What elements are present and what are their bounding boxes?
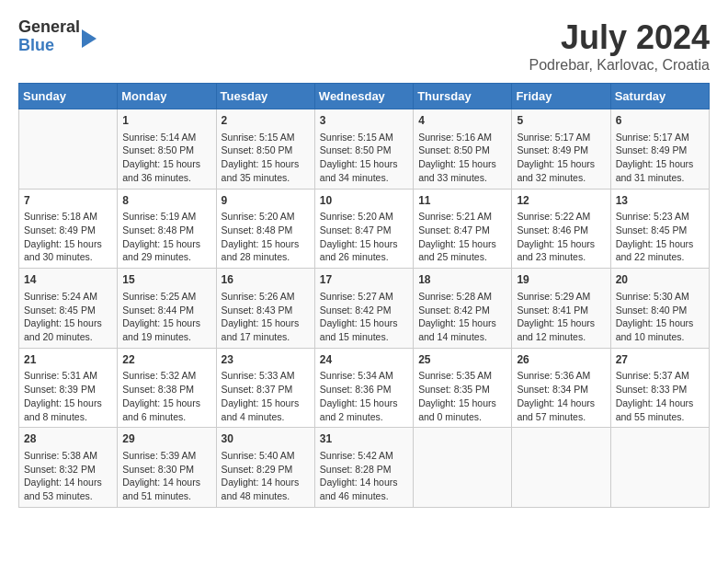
calendar-cell: 4Sunrise: 5:16 AM Sunset: 8:50 PM Daylig…: [414, 109, 512, 190]
day-info: Sunrise: 5:37 AM Sunset: 8:33 PM Dayligh…: [616, 369, 704, 423]
calendar-cell: [414, 428, 512, 508]
day-number: 2: [222, 113, 310, 129]
logo-arrow-icon: [82, 29, 97, 48]
calendar-cell: 24Sunrise: 5:34 AM Sunset: 8:36 PM Dayli…: [314, 348, 413, 428]
day-number: 26: [517, 352, 605, 368]
page-title: July 2024: [529, 18, 710, 57]
day-number: 21: [24, 352, 112, 368]
day-info: Sunrise: 5:34 AM Sunset: 8:36 PM Dayligh…: [320, 369, 408, 423]
weekday-header-tuesday: Tuesday: [216, 84, 314, 109]
day-info: Sunrise: 5:17 AM Sunset: 8:49 PM Dayligh…: [616, 131, 704, 185]
day-info: Sunrise: 5:30 AM Sunset: 8:40 PM Dayligh…: [616, 290, 704, 344]
calendar-cell: 21Sunrise: 5:31 AM Sunset: 8:39 PM Dayli…: [19, 348, 118, 428]
calendar-cell: 20Sunrise: 5:30 AM Sunset: 8:40 PM Dayli…: [610, 269, 709, 349]
weekday-header-saturday: Saturday: [610, 84, 709, 109]
day-number: 14: [24, 272, 112, 288]
day-info: Sunrise: 5:20 AM Sunset: 8:47 PM Dayligh…: [320, 210, 408, 264]
calendar-cell: [512, 428, 610, 508]
calendar-cell: 6Sunrise: 5:17 AM Sunset: 8:49 PM Daylig…: [610, 109, 709, 190]
day-number: 25: [418, 352, 506, 368]
calendar-cell: 2Sunrise: 5:15 AM Sunset: 8:50 PM Daylig…: [216, 109, 314, 190]
calendar-table: SundayMondayTuesdayWednesdayThursdayFrid…: [18, 83, 710, 508]
day-info: Sunrise: 5:36 AM Sunset: 8:34 PM Dayligh…: [517, 369, 605, 423]
calendar-cell: 5Sunrise: 5:17 AM Sunset: 8:49 PM Daylig…: [512, 109, 610, 190]
day-number: 31: [320, 431, 408, 447]
day-info: Sunrise: 5:40 AM Sunset: 8:29 PM Dayligh…: [222, 449, 310, 503]
day-number: 6: [616, 113, 704, 129]
day-info: Sunrise: 5:35 AM Sunset: 8:35 PM Dayligh…: [418, 369, 506, 423]
calendar-cell: 7Sunrise: 5:18 AM Sunset: 8:49 PM Daylig…: [19, 189, 118, 269]
day-info: Sunrise: 5:38 AM Sunset: 8:32 PM Dayligh…: [24, 449, 112, 503]
calendar-cell: 15Sunrise: 5:25 AM Sunset: 8:44 PM Dayli…: [118, 269, 216, 349]
calendar-cell: 22Sunrise: 5:32 AM Sunset: 8:38 PM Dayli…: [118, 348, 216, 428]
logo-line2: Blue: [18, 37, 80, 55]
day-number: 12: [517, 193, 605, 209]
weekday-header-thursday: Thursday: [414, 84, 512, 109]
day-info: Sunrise: 5:18 AM Sunset: 8:49 PM Dayligh…: [24, 210, 112, 264]
calendar-cell: 8Sunrise: 5:19 AM Sunset: 8:48 PM Daylig…: [118, 189, 216, 269]
day-info: Sunrise: 5:21 AM Sunset: 8:47 PM Dayligh…: [418, 210, 506, 264]
calendar-cell: 19Sunrise: 5:29 AM Sunset: 8:41 PM Dayli…: [512, 269, 610, 349]
calendar-cell: 25Sunrise: 5:35 AM Sunset: 8:35 PM Dayli…: [414, 348, 512, 428]
calendar-cell: 28Sunrise: 5:38 AM Sunset: 8:32 PM Dayli…: [19, 428, 118, 508]
calendar-cell: 1Sunrise: 5:14 AM Sunset: 8:50 PM Daylig…: [118, 109, 216, 190]
day-number: 16: [222, 272, 310, 288]
day-info: Sunrise: 5:19 AM Sunset: 8:48 PM Dayligh…: [122, 210, 210, 264]
calendar-cell: 30Sunrise: 5:40 AM Sunset: 8:29 PM Dayli…: [216, 428, 314, 508]
calendar-week-row: 1Sunrise: 5:14 AM Sunset: 8:50 PM Daylig…: [19, 109, 710, 190]
calendar-cell: 11Sunrise: 5:21 AM Sunset: 8:47 PM Dayli…: [414, 189, 512, 269]
calendar-cell: 10Sunrise: 5:20 AM Sunset: 8:47 PM Dayli…: [314, 189, 413, 269]
day-number: 7: [24, 193, 112, 209]
day-number: 24: [320, 352, 408, 368]
calendar-cell: 14Sunrise: 5:24 AM Sunset: 8:45 PM Dayli…: [19, 269, 118, 349]
day-info: Sunrise: 5:32 AM Sunset: 8:38 PM Dayligh…: [122, 369, 210, 423]
logo-line1: General: [18, 18, 80, 37]
day-number: 13: [616, 193, 704, 209]
day-info: Sunrise: 5:29 AM Sunset: 8:41 PM Dayligh…: [517, 290, 605, 344]
calendar-week-row: 7Sunrise: 5:18 AM Sunset: 8:49 PM Daylig…: [19, 189, 710, 269]
calendar-week-row: 14Sunrise: 5:24 AM Sunset: 8:45 PM Dayli…: [19, 269, 710, 349]
day-info: Sunrise: 5:24 AM Sunset: 8:45 PM Dayligh…: [24, 290, 112, 344]
calendar-header-row: SundayMondayTuesdayWednesdayThursdayFrid…: [19, 84, 710, 109]
page-header: General Blue July 2024 Podrebar, Karlova…: [18, 18, 710, 74]
day-info: Sunrise: 5:23 AM Sunset: 8:45 PM Dayligh…: [616, 210, 704, 264]
day-number: 22: [122, 352, 210, 368]
day-number: 19: [517, 272, 605, 288]
calendar-cell: 17Sunrise: 5:27 AM Sunset: 8:42 PM Dayli…: [314, 269, 413, 349]
day-number: 1: [122, 113, 210, 129]
weekday-header-friday: Friday: [512, 84, 610, 109]
calendar-cell: 3Sunrise: 5:15 AM Sunset: 8:50 PM Daylig…: [314, 109, 413, 190]
day-number: 17: [320, 272, 408, 288]
calendar-cell: 23Sunrise: 5:33 AM Sunset: 8:37 PM Dayli…: [216, 348, 314, 428]
calendar-week-row: 28Sunrise: 5:38 AM Sunset: 8:32 PM Dayli…: [19, 428, 710, 508]
day-info: Sunrise: 5:15 AM Sunset: 8:50 PM Dayligh…: [222, 131, 310, 185]
day-number: 15: [122, 272, 210, 288]
calendar-cell: 9Sunrise: 5:20 AM Sunset: 8:48 PM Daylig…: [216, 189, 314, 269]
day-number: 18: [418, 272, 506, 288]
calendar-cell: 31Sunrise: 5:42 AM Sunset: 8:28 PM Dayli…: [314, 428, 413, 508]
day-info: Sunrise: 5:39 AM Sunset: 8:30 PM Dayligh…: [122, 449, 210, 503]
calendar-cell: [610, 428, 709, 508]
calendar-week-row: 21Sunrise: 5:31 AM Sunset: 8:39 PM Dayli…: [19, 348, 710, 428]
day-number: 3: [320, 113, 408, 129]
day-info: Sunrise: 5:28 AM Sunset: 8:42 PM Dayligh…: [418, 290, 506, 344]
day-number: 23: [222, 352, 310, 368]
day-info: Sunrise: 5:22 AM Sunset: 8:46 PM Dayligh…: [517, 210, 605, 264]
day-info: Sunrise: 5:16 AM Sunset: 8:50 PM Dayligh…: [418, 131, 506, 185]
day-number: 10: [320, 193, 408, 209]
weekday-header-monday: Monday: [118, 84, 216, 109]
calendar-cell: 16Sunrise: 5:26 AM Sunset: 8:43 PM Dayli…: [216, 269, 314, 349]
day-number: 11: [418, 193, 506, 209]
day-number: 28: [24, 431, 112, 447]
day-info: Sunrise: 5:25 AM Sunset: 8:44 PM Dayligh…: [122, 290, 210, 344]
day-info: Sunrise: 5:31 AM Sunset: 8:39 PM Dayligh…: [24, 369, 112, 423]
weekday-header-sunday: Sunday: [19, 84, 118, 109]
day-info: Sunrise: 5:26 AM Sunset: 8:43 PM Dayligh…: [222, 290, 310, 344]
calendar-cell: 26Sunrise: 5:36 AM Sunset: 8:34 PM Dayli…: [512, 348, 610, 428]
day-number: 8: [122, 193, 210, 209]
day-info: Sunrise: 5:42 AM Sunset: 8:28 PM Dayligh…: [320, 449, 408, 503]
page-subtitle: Podrebar, Karlovac, Croatia: [529, 57, 710, 74]
day-number: 4: [418, 113, 506, 129]
day-number: 29: [122, 431, 210, 447]
day-number: 5: [517, 113, 605, 129]
